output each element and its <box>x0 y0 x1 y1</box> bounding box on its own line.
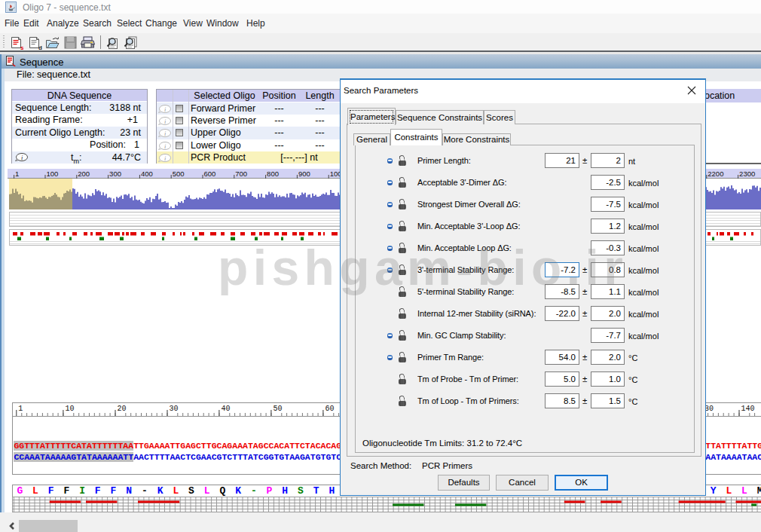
svg-text:60: 60 <box>325 405 334 413</box>
svg-text:400: 400 <box>141 170 153 178</box>
svg-text:100: 100 <box>47 170 59 178</box>
svg-text:600: 600 <box>204 170 216 178</box>
svg-text:140: 140 <box>741 405 755 413</box>
svg-text:900: 900 <box>298 170 310 178</box>
svg-text:800: 800 <box>267 170 279 178</box>
svg-text:s: s <box>20 44 24 50</box>
svg-text:1: 1 <box>18 405 23 413</box>
svg-text:d: d <box>38 44 42 50</box>
svg-text:300: 300 <box>109 170 121 178</box>
svg-text:2300: 2300 <box>739 170 755 178</box>
svg-text:500: 500 <box>173 170 185 178</box>
svg-text:1: 1 <box>15 170 19 178</box>
svg-text:40: 40 <box>221 405 230 413</box>
svg-text:30: 30 <box>170 405 179 413</box>
svg-text:10: 10 <box>65 405 74 413</box>
svg-text:50: 50 <box>273 405 282 413</box>
svg-text:200: 200 <box>78 170 90 178</box>
svg-text:20: 20 <box>118 405 127 413</box>
svg-text:700: 700 <box>235 170 247 178</box>
svg-text:2200: 2200 <box>708 170 723 178</box>
